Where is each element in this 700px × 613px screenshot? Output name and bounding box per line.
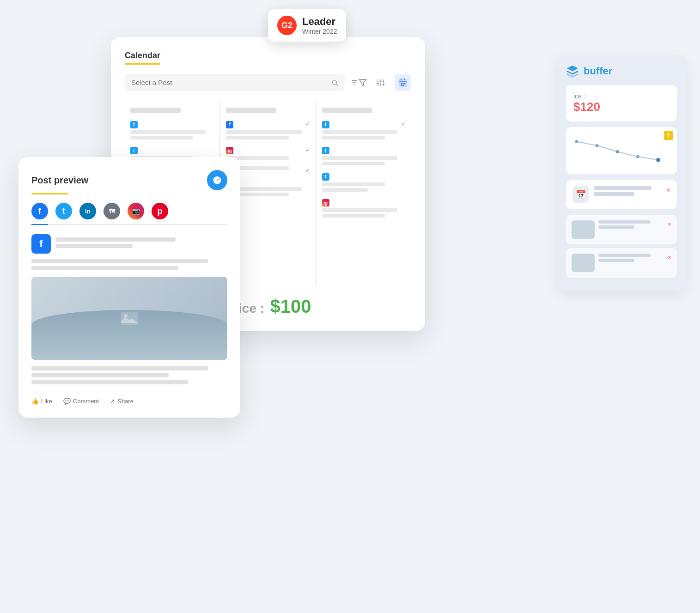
share-icon: ↗ bbox=[110, 398, 115, 405]
col-header-1 bbox=[130, 108, 181, 113]
tab-pinterest[interactable]: p bbox=[152, 203, 168, 219]
fb-line bbox=[55, 237, 176, 242]
small-card-line bbox=[598, 254, 651, 257]
svg-rect-19 bbox=[401, 85, 402, 86]
caption-lines bbox=[31, 366, 227, 384]
g2-winter: Winter 2022 bbox=[302, 28, 337, 35]
fb-post-lines bbox=[55, 237, 227, 250]
g2-badge: G2 Leader Winter 2022 bbox=[268, 9, 346, 42]
small-card-close-button[interactable]: × bbox=[668, 220, 671, 239]
facebook-badge: f bbox=[226, 121, 233, 128]
text-lines bbox=[31, 259, 227, 270]
svg-rect-16 bbox=[401, 83, 402, 84]
like-label: Like bbox=[41, 398, 52, 405]
g2-leader: Leader bbox=[302, 16, 337, 28]
price-value: $100 bbox=[270, 296, 311, 316]
image-placeholder bbox=[31, 277, 227, 360]
post-line bbox=[322, 182, 385, 186]
fb-post-header: f bbox=[31, 234, 227, 254]
small-card-line bbox=[598, 225, 634, 229]
post-line bbox=[226, 130, 301, 134]
post-preview-card: Post preview f t in 🗺 📷 p f bbox=[18, 157, 240, 418]
send-button[interactable] bbox=[207, 170, 227, 190]
svg-rect-17 bbox=[402, 83, 404, 84]
svg-point-26 bbox=[636, 155, 639, 158]
tab-facebook[interactable]: f bbox=[31, 203, 48, 219]
post-line bbox=[322, 136, 385, 140]
instagram-badge: ig bbox=[322, 199, 329, 206]
small-card-lines bbox=[598, 254, 664, 272]
svg-rect-20 bbox=[402, 85, 404, 86]
calendar-tab[interactable]: Calendar bbox=[125, 51, 160, 65]
twitter-badge: t bbox=[322, 121, 329, 128]
svg-marker-2 bbox=[359, 79, 366, 86]
post-line bbox=[322, 214, 385, 218]
small-card-lines bbox=[598, 220, 664, 239]
svg-point-23 bbox=[575, 140, 578, 143]
tab-twitter[interactable]: t bbox=[55, 203, 72, 219]
caption-line bbox=[31, 373, 169, 377]
sched-line bbox=[594, 186, 651, 190]
svg-line-1 bbox=[336, 84, 337, 85]
text-line bbox=[31, 266, 178, 270]
reaction-bar: 👍 Like 💬 Comment ↗ Share bbox=[31, 392, 227, 405]
post-line bbox=[130, 130, 206, 134]
social-tabs: f t in 🗺 📷 p bbox=[31, 203, 227, 225]
post-line bbox=[226, 136, 289, 140]
post-line bbox=[322, 130, 397, 134]
small-card-1: × bbox=[566, 215, 677, 244]
svg-point-25 bbox=[616, 150, 619, 153]
check-mark: ✓ bbox=[305, 147, 310, 153]
buffer-card: buffer ice : $120 ! 📅 × × bbox=[557, 55, 686, 291]
like-button[interactable]: 👍 Like bbox=[31, 398, 52, 405]
schedule-icon: 📅 bbox=[572, 186, 589, 203]
filter-icon[interactable] bbox=[350, 74, 367, 91]
preview-underline bbox=[31, 193, 68, 194]
small-card-close-button-2[interactable]: × bbox=[668, 254, 671, 272]
thumbnail bbox=[572, 254, 595, 272]
twitter-badge: t bbox=[322, 147, 329, 154]
g2-logo: G2 bbox=[277, 16, 297, 35]
caption-line bbox=[31, 380, 188, 384]
calendar-icon-btn[interactable] bbox=[395, 74, 411, 91]
buffer-name: buffer bbox=[584, 65, 612, 77]
instagram-badge: ig bbox=[226, 147, 233, 154]
svg-point-22 bbox=[124, 314, 128, 318]
thumb-icon: 👍 bbox=[31, 398, 39, 405]
buffer-price-value: $120 bbox=[573, 100, 670, 114]
post-item: t bbox=[322, 172, 406, 192]
tab-maps[interactable]: 🗺 bbox=[103, 203, 120, 219]
buffer-price-label: ice : bbox=[573, 92, 670, 100]
schedule-card: 📅 × bbox=[566, 180, 677, 209]
preview-header: Post preview bbox=[31, 170, 227, 190]
search-input[interactable] bbox=[131, 79, 328, 86]
twitter-badge: t bbox=[130, 121, 138, 128]
search-row bbox=[125, 74, 411, 91]
comment-icon: 💬 bbox=[63, 398, 71, 405]
small-card-2: × bbox=[566, 248, 677, 278]
sliders-icon[interactable] bbox=[372, 74, 389, 91]
search-box[interactable] bbox=[125, 74, 345, 91]
post-item: f ✓ bbox=[226, 120, 310, 140]
post-item: ig bbox=[322, 198, 406, 218]
svg-point-0 bbox=[332, 80, 336, 84]
comment-label: Comment bbox=[73, 398, 99, 405]
tab-instagram[interactable]: 📷 bbox=[128, 203, 144, 219]
post-line bbox=[322, 188, 368, 192]
comment-button[interactable]: 💬 Comment bbox=[63, 398, 99, 405]
svg-point-27 bbox=[656, 158, 660, 162]
tab-linkedin[interactable]: in bbox=[79, 203, 96, 219]
share-button[interactable]: ↗ Share bbox=[110, 398, 134, 405]
caption-line bbox=[31, 366, 208, 370]
post-item: t bbox=[322, 146, 406, 166]
col-header-3 bbox=[322, 108, 372, 113]
svg-rect-18 bbox=[404, 83, 406, 84]
buffer-icon bbox=[566, 65, 579, 78]
col-header-2 bbox=[226, 108, 276, 113]
svg-point-24 bbox=[595, 144, 598, 147]
check-mark: ✓ bbox=[401, 121, 406, 127]
twitter-badge: t bbox=[322, 173, 329, 181]
twitter-badge: t bbox=[130, 147, 138, 154]
schedule-close-button[interactable]: × bbox=[666, 186, 670, 194]
image-icon bbox=[121, 312, 138, 325]
